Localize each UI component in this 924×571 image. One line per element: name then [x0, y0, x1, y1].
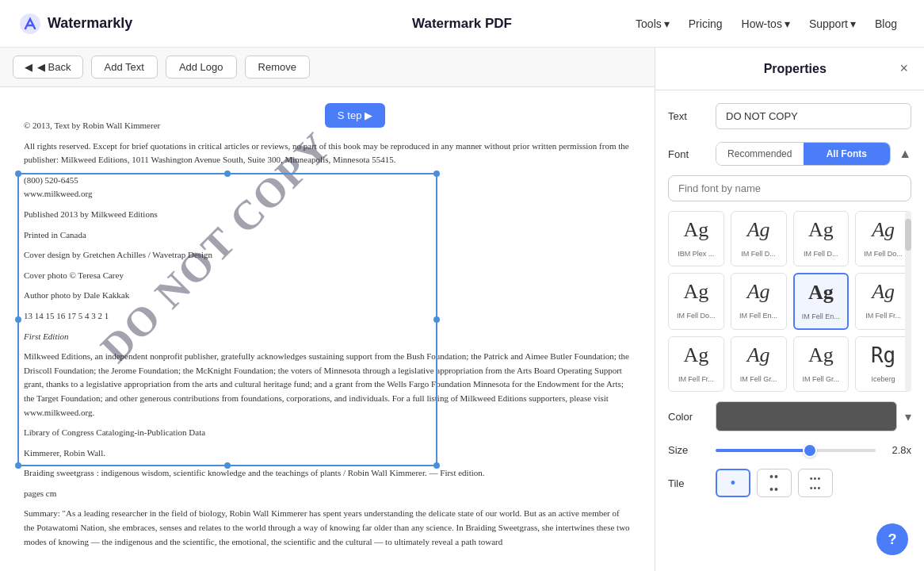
font-name: IM Fell Gr... — [803, 375, 840, 383]
tile-label: Tile — [668, 477, 708, 489]
chevron-down-icon: ▾ — [664, 17, 670, 30]
all-fonts-tab[interactable]: All Fonts — [804, 143, 891, 165]
header-center: Watermark PDF — [412, 16, 512, 32]
handle-tl[interactable] — [15, 171, 21, 177]
font-cell-im-fell-en[interactable]: AgIM Fell En... — [731, 273, 787, 330]
logo-area: Watermarkly — [19, 13, 132, 35]
font-name: IM Fell Do... — [677, 312, 716, 320]
font-preview: Ag — [798, 281, 845, 305]
font-preview: Ag — [859, 218, 907, 242]
tile-grid3[interactable]: •••••• — [798, 469, 833, 497]
font-name: IM Fell En... — [802, 312, 840, 320]
font-preview: Ag — [672, 218, 720, 242]
font-preview: Ag — [859, 280, 907, 304]
font-cell-iceberg[interactable]: RgIceberg — [855, 336, 911, 392]
pdf-content: © 2013, Text by Robin Wall Kimmerer All … — [0, 87, 655, 571]
page-title: Watermark PDF — [412, 16, 512, 31]
remove-button[interactable]: Remove — [245, 56, 310, 79]
font-grid: AgIBM Plex ...AgIM Fell D...AgIM Fell D.… — [668, 211, 911, 392]
font-name: IM Fell D... — [804, 250, 838, 258]
color-row: Color ▾ — [668, 401, 911, 431]
pdf-toolbar: ◀ ◀ Back Add Text Add Logo Remove — [0, 48, 655, 87]
text-field-row: Text — [668, 103, 911, 129]
step-button[interactable]: Step ▶ — [325, 103, 385, 128]
header: Watermarkly Watermark PDF Tools ▾ Pricin… — [0, 0, 924, 48]
add-text-button[interactable]: Add Text — [91, 56, 158, 79]
font-name: IM Fell Fr... — [865, 312, 901, 320]
panel-header: Properties × — [655, 48, 924, 90]
size-label: Size — [668, 444, 708, 456]
size-slider[interactable] — [716, 449, 876, 452]
help-button[interactable]: ? — [876, 523, 908, 555]
font-preview: Rg — [859, 343, 907, 367]
tile-row: Tile • •••• •••••• — [668, 469, 911, 497]
font-preview: Ag — [672, 280, 720, 304]
font-cell-im-fell-fr[interactable]: AgIM Fell Fr... — [855, 273, 911, 330]
font-preview: Ag — [672, 343, 720, 367]
chevron-down-icon: ▾ — [850, 17, 856, 30]
font-cell-im-fell-gr1[interactable]: AgIM Fell Gr... — [731, 336, 787, 392]
font-name: IM Fell D... — [741, 250, 776, 258]
text-input[interactable] — [716, 103, 911, 129]
nav-tools[interactable]: Tools ▾ — [628, 13, 678, 35]
font-cell-im-fell-do2[interactable]: AgIM Fell Do... — [668, 273, 724, 330]
chevron-down-icon: ▾ — [785, 17, 790, 30]
handle-left[interactable] — [15, 316, 21, 323]
main-nav: Tools ▾ Pricing How-tos ▾ Support ▾ Blog — [628, 13, 905, 35]
font-grid-scrollbar-thumb[interactable] — [905, 219, 911, 251]
size-value: 2.8x — [884, 444, 911, 456]
nav-pricing[interactable]: Pricing — [681, 13, 731, 35]
font-grid-scrollbar[interactable] — [905, 211, 911, 392]
font-cell-im-fell-1[interactable]: AgIM Fell D... — [731, 211, 787, 266]
font-row: Font Recommended All Fonts ▲ — [668, 142, 911, 166]
font-preview: Ag — [735, 280, 783, 304]
panel-body: Text Font Recommended All Fonts ▲ AgIBM … — [655, 90, 924, 571]
tile-single[interactable]: • — [716, 469, 750, 497]
logo-icon — [19, 13, 41, 35]
nav-blog[interactable]: Blog — [867, 13, 905, 35]
back-arrow-icon: ◀ — [25, 61, 32, 73]
font-search-input[interactable] — [668, 175, 911, 201]
font-cell-im-fell-en2[interactable]: AgIM Fell En... — [793, 273, 850, 330]
font-preview: Ag — [735, 218, 783, 242]
font-preview: Ag — [797, 218, 846, 242]
font-preview: Ag — [735, 343, 783, 367]
close-button[interactable]: × — [899, 60, 908, 77]
font-name: IM Fell Gr... — [740, 375, 777, 383]
font-expand-button[interactable]: ▲ — [899, 147, 911, 161]
font-label: Font — [668, 148, 708, 160]
tile-grid2[interactable]: •••• — [757, 469, 792, 497]
color-expand-button[interactable]: ▾ — [905, 409, 911, 424]
recommended-tab[interactable]: Recommended — [716, 143, 804, 165]
nav-support[interactable]: Support ▾ — [801, 13, 864, 35]
font-cell-im-fell-do[interactable]: AgIM Fell Do... — [855, 211, 911, 266]
text-label: Text — [668, 110, 708, 122]
color-swatch[interactable] — [716, 401, 897, 431]
pdf-area: ◀ ◀ Back Add Text Add Logo Remove © 2013… — [0, 48, 655, 571]
tile-options: • •••• •••••• — [716, 469, 833, 497]
font-name: IM Fell En... — [739, 312, 777, 320]
pdf-text: © 2013, Text by Robin Wall Kimmerer All … — [24, 119, 631, 549]
color-label: Color — [668, 411, 708, 423]
font-tabs: Recommended All Fonts — [716, 142, 891, 166]
font-cell-ibm-plex[interactable]: AgIBM Plex ... — [668, 211, 724, 266]
font-preview: Ag — [797, 343, 846, 367]
svg-point-0 — [20, 13, 40, 34]
font-name: Iceberg — [872, 375, 895, 383]
font-cell-im-fell-gr2[interactable]: AgIM Fell Gr... — [793, 336, 850, 392]
properties-panel: Properties × Text Font Recommended All F… — [655, 48, 924, 571]
main-area: ◀ ◀ Back Add Text Add Logo Remove © 2013… — [0, 48, 924, 571]
panel-title: Properties — [690, 62, 899, 76]
add-logo-button[interactable]: Add Logo — [166, 56, 237, 79]
font-name: IM Fell Fr... — [678, 375, 714, 383]
app-name: Watermarkly — [48, 15, 132, 32]
font-name: IBM Plex ... — [678, 250, 714, 258]
nav-howtos[interactable]: How-tos ▾ — [734, 13, 798, 35]
font-name: IM Fell Do... — [864, 250, 903, 258]
back-button[interactable]: ◀ ◀ Back — [13, 56, 83, 79]
size-row: Size 2.8x — [668, 444, 911, 456]
font-cell-im-fell-fr2[interactable]: AgIM Fell Fr... — [668, 336, 724, 392]
font-cell-im-fell-2[interactable]: AgIM Fell D... — [793, 211, 850, 266]
handle-bl[interactable] — [15, 462, 21, 469]
